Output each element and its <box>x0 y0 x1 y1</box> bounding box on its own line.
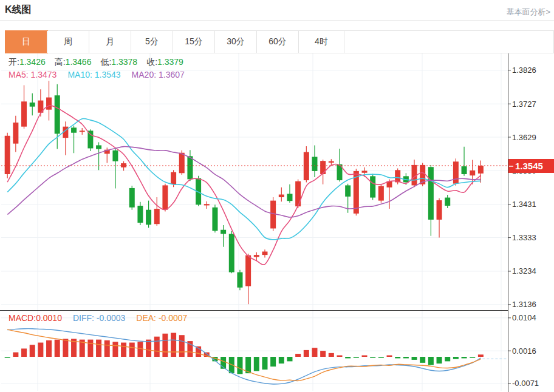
ma5-value: MA5: 1.3473 <box>9 70 56 79</box>
axis-tick-label: 1.3431 <box>512 200 536 209</box>
current-price-label: 1.3545 <box>515 161 543 171</box>
axis-tick-label: 1.3727 <box>512 100 536 109</box>
macd-value: MACD:0.0010 <box>9 313 62 323</box>
ohlc-high: 高:1.3466 <box>55 57 92 68</box>
ohlc-low: 低:1.3378 <box>100 57 137 68</box>
ma10-value: MA10: 1.3543 <box>67 70 120 79</box>
macd-info-bar: MACD:0.0010 DIFF: -0.0003 DEA: -0.0007 <box>9 313 187 323</box>
dea-value: DEA: -0.0007 <box>136 313 187 323</box>
chart-plot-area[interactable] <box>0 53 508 392</box>
ohlc-close: 收:1.3379 <box>146 57 183 68</box>
axis-tick-label: 1.3136 <box>512 300 536 309</box>
axis-tick-label: 0.0104 <box>512 313 536 322</box>
ohlc-info-bar: 开:1.3426 高:1.3466 低:1.3378 收:1.3379 <box>9 57 183 68</box>
axis-tick-label: 1.3234 <box>512 266 536 275</box>
axis-tick-label: 1.3333 <box>512 233 536 242</box>
axis-tick-label: 1.3826 <box>512 66 536 75</box>
ohlc-open: 开:1.3426 <box>9 57 46 68</box>
ma20-value: MA20: 1.3607 <box>132 70 185 79</box>
axis-tick-label: 0.0016 <box>512 346 536 356</box>
axis-tick-label: 1.3629 <box>512 133 536 142</box>
axis-tick-label: -0.0071 <box>512 379 539 388</box>
ma-info-bar: MA5: 1.3473 MA10: 1.3543 MA20: 1.3607 <box>9 70 185 79</box>
diff-value: DIFF: -0.0003 <box>73 313 125 323</box>
